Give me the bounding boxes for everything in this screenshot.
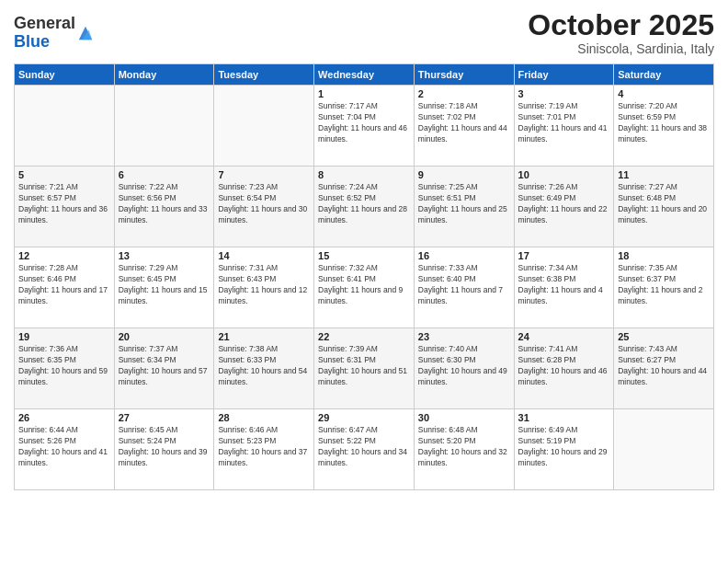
- calendar-week-row: 26Sunrise: 6:44 AM Sunset: 5:26 PM Dayli…: [15, 409, 714, 490]
- day-info: Sunrise: 7:20 AM Sunset: 6:59 PM Dayligh…: [618, 101, 710, 145]
- table-row: 16Sunrise: 7:33 AM Sunset: 6:40 PM Dayli…: [414, 247, 514, 328]
- day-info: Sunrise: 6:44 AM Sunset: 5:26 PM Dayligh…: [18, 425, 110, 469]
- day-number: 2: [418, 88, 510, 99]
- table-row: 24Sunrise: 7:41 AM Sunset: 6:28 PM Dayli…: [514, 328, 614, 409]
- day-info: Sunrise: 7:40 AM Sunset: 6:30 PM Dayligh…: [418, 344, 510, 388]
- day-number: 20: [119, 331, 210, 342]
- day-info: Sunrise: 7:36 AM Sunset: 6:35 PM Dayligh…: [18, 344, 110, 388]
- day-number: 11: [618, 169, 710, 180]
- day-info: Sunrise: 7:23 AM Sunset: 6:54 PM Dayligh…: [218, 182, 310, 226]
- table-row: 27Sunrise: 6:45 AM Sunset: 5:24 PM Dayli…: [114, 409, 214, 490]
- day-number: 5: [18, 169, 110, 180]
- day-number: 9: [418, 169, 510, 180]
- calendar-week-row: 12Sunrise: 7:28 AM Sunset: 6:46 PM Dayli…: [15, 247, 714, 328]
- table-row: 4Sunrise: 7:20 AM Sunset: 6:59 PM Daylig…: [614, 86, 714, 167]
- day-number: 17: [518, 250, 610, 261]
- day-info: Sunrise: 7:33 AM Sunset: 6:40 PM Dayligh…: [418, 263, 510, 307]
- table-row: 15Sunrise: 7:32 AM Sunset: 6:41 PM Dayli…: [314, 247, 415, 328]
- logo-general: General: [14, 15, 75, 33]
- calendar-week-row: 1Sunrise: 7:17 AM Sunset: 7:04 PM Daylig…: [15, 86, 714, 167]
- day-number: 19: [18, 331, 110, 342]
- table-row: 23Sunrise: 7:40 AM Sunset: 6:30 PM Dayli…: [414, 328, 514, 409]
- day-info: Sunrise: 7:22 AM Sunset: 6:56 PM Dayligh…: [119, 182, 210, 226]
- col-wednesday: Wednesday: [314, 64, 415, 86]
- day-number: 28: [218, 412, 310, 423]
- calendar-week-row: 5Sunrise: 7:21 AM Sunset: 6:57 PM Daylig…: [15, 167, 714, 247]
- day-number: 29: [318, 412, 410, 423]
- day-info: Sunrise: 6:46 AM Sunset: 5:23 PM Dayligh…: [218, 425, 310, 469]
- table-row: 3Sunrise: 7:19 AM Sunset: 7:01 PM Daylig…: [514, 86, 614, 167]
- table-row: 13Sunrise: 7:29 AM Sunset: 6:45 PM Dayli…: [114, 247, 214, 328]
- table-row: 29Sunrise: 6:47 AM Sunset: 5:22 PM Dayli…: [314, 409, 415, 490]
- day-info: Sunrise: 7:31 AM Sunset: 6:43 PM Dayligh…: [218, 263, 310, 307]
- day-number: 26: [18, 412, 110, 423]
- day-info: Sunrise: 7:37 AM Sunset: 6:34 PM Dayligh…: [119, 344, 210, 388]
- day-info: Sunrise: 7:29 AM Sunset: 6:45 PM Dayligh…: [119, 263, 210, 307]
- day-info: Sunrise: 7:24 AM Sunset: 6:52 PM Dayligh…: [318, 182, 410, 226]
- day-info: Sunrise: 7:18 AM Sunset: 7:02 PM Dayligh…: [418, 101, 510, 145]
- table-row: 6Sunrise: 7:22 AM Sunset: 6:56 PM Daylig…: [114, 167, 214, 247]
- col-saturday: Saturday: [614, 64, 714, 86]
- table-row: 14Sunrise: 7:31 AM Sunset: 6:43 PM Dayli…: [214, 247, 314, 328]
- table-row: 1Sunrise: 7:17 AM Sunset: 7:04 PM Daylig…: [314, 86, 415, 167]
- day-number: 1: [318, 88, 410, 99]
- day-number: 21: [218, 331, 310, 342]
- location-subtitle: Siniscola, Sardinia, Italy: [528, 41, 714, 56]
- table-row: 7Sunrise: 7:23 AM Sunset: 6:54 PM Daylig…: [214, 167, 314, 247]
- table-row: 11Sunrise: 7:27 AM Sunset: 6:48 PM Dayli…: [614, 167, 714, 247]
- table-row: 28Sunrise: 6:46 AM Sunset: 5:23 PM Dayli…: [214, 409, 314, 490]
- day-info: Sunrise: 6:49 AM Sunset: 5:19 PM Dayligh…: [518, 425, 610, 469]
- day-number: 22: [318, 331, 410, 342]
- table-row: 18Sunrise: 7:35 AM Sunset: 6:37 PM Dayli…: [614, 247, 714, 328]
- day-number: 23: [418, 331, 510, 342]
- day-info: Sunrise: 7:35 AM Sunset: 6:37 PM Dayligh…: [618, 263, 710, 307]
- day-number: 6: [119, 169, 210, 180]
- table-row: 25Sunrise: 7:43 AM Sunset: 6:27 PM Dayli…: [614, 328, 714, 409]
- table-row: 8Sunrise: 7:24 AM Sunset: 6:52 PM Daylig…: [314, 167, 415, 247]
- month-title: October 2025: [528, 9, 714, 41]
- day-info: Sunrise: 7:27 AM Sunset: 6:48 PM Dayligh…: [618, 182, 710, 226]
- day-number: 25: [618, 331, 710, 342]
- page-header: General Blue October 2025 Siniscola, Sar…: [14, 9, 714, 56]
- day-number: 18: [618, 250, 710, 261]
- table-row: 21Sunrise: 7:38 AM Sunset: 6:33 PM Dayli…: [214, 328, 314, 409]
- table-row: 30Sunrise: 6:48 AM Sunset: 5:20 PM Dayli…: [414, 409, 514, 490]
- day-info: Sunrise: 7:32 AM Sunset: 6:41 PM Dayligh…: [318, 263, 410, 307]
- day-info: Sunrise: 7:21 AM Sunset: 6:57 PM Dayligh…: [18, 182, 110, 226]
- day-info: Sunrise: 7:17 AM Sunset: 7:04 PM Dayligh…: [318, 101, 410, 145]
- day-info: Sunrise: 7:28 AM Sunset: 6:46 PM Dayligh…: [18, 263, 110, 307]
- day-info: Sunrise: 6:48 AM Sunset: 5:20 PM Dayligh…: [418, 425, 510, 469]
- table-row: 5Sunrise: 7:21 AM Sunset: 6:57 PM Daylig…: [15, 167, 115, 247]
- table-row: 10Sunrise: 7:26 AM Sunset: 6:49 PM Dayli…: [514, 167, 614, 247]
- day-number: 3: [518, 88, 610, 99]
- day-number: 13: [119, 250, 210, 261]
- day-info: Sunrise: 7:41 AM Sunset: 6:28 PM Dayligh…: [518, 344, 610, 388]
- day-info: Sunrise: 7:26 AM Sunset: 6:49 PM Dayligh…: [518, 182, 610, 226]
- day-info: Sunrise: 7:34 AM Sunset: 6:38 PM Dayligh…: [518, 263, 610, 307]
- day-number: 10: [518, 169, 610, 180]
- day-info: Sunrise: 7:19 AM Sunset: 7:01 PM Dayligh…: [518, 101, 610, 145]
- col-thursday: Thursday: [414, 64, 514, 86]
- day-number: 8: [318, 169, 410, 180]
- day-info: Sunrise: 6:45 AM Sunset: 5:24 PM Dayligh…: [119, 425, 210, 469]
- title-block: October 2025 Siniscola, Sardinia, Italy: [528, 9, 714, 56]
- table-row: 20Sunrise: 7:37 AM Sunset: 6:34 PM Dayli…: [114, 328, 214, 409]
- day-number: 16: [418, 250, 510, 261]
- table-row: 26Sunrise: 6:44 AM Sunset: 5:26 PM Dayli…: [15, 409, 115, 490]
- day-number: 12: [18, 250, 110, 261]
- day-number: 27: [119, 412, 210, 423]
- day-number: 30: [418, 412, 510, 423]
- day-number: 4: [618, 88, 710, 99]
- day-info: Sunrise: 7:38 AM Sunset: 6:33 PM Dayligh…: [218, 344, 310, 388]
- col-tuesday: Tuesday: [214, 64, 314, 86]
- col-sunday: Sunday: [15, 64, 115, 86]
- table-row: 12Sunrise: 7:28 AM Sunset: 6:46 PM Dayli…: [15, 247, 115, 328]
- col-monday: Monday: [114, 64, 214, 86]
- day-number: 24: [518, 331, 610, 342]
- table-row: [15, 86, 115, 167]
- logo: General Blue: [14, 15, 94, 52]
- table-row: 9Sunrise: 7:25 AM Sunset: 6:51 PM Daylig…: [414, 167, 514, 247]
- table-row: 19Sunrise: 7:36 AM Sunset: 6:35 PM Dayli…: [15, 328, 115, 409]
- calendar-week-row: 19Sunrise: 7:36 AM Sunset: 6:35 PM Dayli…: [15, 328, 714, 409]
- calendar-table: Sunday Monday Tuesday Wednesday Thursday…: [14, 63, 714, 490]
